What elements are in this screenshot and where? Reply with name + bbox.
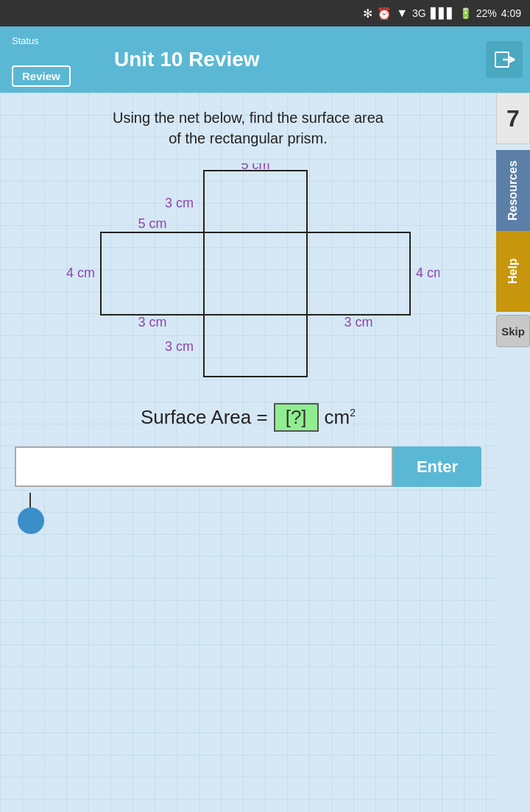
surface-area-row: Surface Area = [?] cm2 xyxy=(15,403,481,432)
svg-text:3 cm: 3 cm xyxy=(138,315,166,330)
side-panel: 7 Resources Help Skip xyxy=(496,93,530,347)
resources-button[interactable]: Resources xyxy=(496,150,530,231)
answer-placeholder: [?] xyxy=(274,403,319,432)
signal-icon: ▋▋▋ xyxy=(431,7,455,19)
status-icons: ✻ ⏰ ▼ 3G ▋▋▋ 🔋 22% 4:09 xyxy=(363,7,521,21)
status-button[interactable]: Status xyxy=(12,35,39,46)
question-text: Using the net below, find the surface ar… xyxy=(15,107,481,149)
location-icon: ▼ xyxy=(396,7,408,20)
status-bar: ✻ ⏰ ▼ 3G ▋▋▋ 🔋 22% 4:09 xyxy=(0,0,530,26)
network-label: 3G xyxy=(412,7,426,19)
question-line1: Using the net below, find the surface ar… xyxy=(113,110,384,126)
enter-button[interactable]: Enter xyxy=(393,446,481,487)
svg-text:4 cm: 4 cm xyxy=(66,266,95,280)
svg-text:3 cm: 3 cm xyxy=(165,339,194,354)
question-number: 7 xyxy=(496,93,530,144)
question-line2: of the rectangular prism. xyxy=(169,130,328,146)
surface-area-label: Surface Area = xyxy=(141,406,268,429)
net-svg: 5 cm 3 cm 5 cm 4 cm 3 cm 3 cm 4 cm 3 cm xyxy=(57,163,439,384)
review-button[interactable]: Review xyxy=(12,65,71,87)
net-diagram: 5 cm 3 cm 5 cm 4 cm 3 cm 3 cm 4 cm 3 cm xyxy=(15,163,481,391)
answer-input[interactable] xyxy=(15,446,393,487)
main-content: Using the net below, find the surface ar… xyxy=(0,93,496,812)
battery-icon: 🔋 xyxy=(459,7,472,19)
svg-rect-5 xyxy=(204,232,307,315)
exit-icon xyxy=(492,48,516,71)
unit-label: cm2 xyxy=(325,406,356,429)
slider-handle[interactable] xyxy=(18,493,481,534)
svg-rect-6 xyxy=(101,232,204,315)
svg-text:3 cm: 3 cm xyxy=(165,196,194,210)
svg-text:5 cm: 5 cm xyxy=(138,216,166,231)
time-label: 4:09 xyxy=(501,7,521,19)
slider-circle[interactable] xyxy=(18,508,44,534)
exit-button[interactable] xyxy=(486,41,523,78)
header: Status Review Unit 10 Review xyxy=(0,26,530,93)
svg-text:5 cm: 5 cm xyxy=(241,163,269,172)
page-title: Unit 10 Review xyxy=(114,48,260,71)
svg-rect-4 xyxy=(204,171,307,232)
battery-label: 22% xyxy=(476,7,497,19)
svg-text:3 cm: 3 cm xyxy=(344,315,372,330)
svg-rect-8 xyxy=(204,315,307,377)
input-row: Enter xyxy=(15,446,481,487)
alarm-icon: ⏰ xyxy=(377,7,392,21)
skip-button[interactable]: Skip xyxy=(496,315,530,347)
help-button[interactable]: Help xyxy=(496,231,530,312)
slider-line xyxy=(29,493,31,508)
svg-text:4 cm: 4 cm xyxy=(416,266,439,280)
bluetooth-icon: ✻ xyxy=(363,7,372,21)
svg-rect-7 xyxy=(307,232,410,315)
